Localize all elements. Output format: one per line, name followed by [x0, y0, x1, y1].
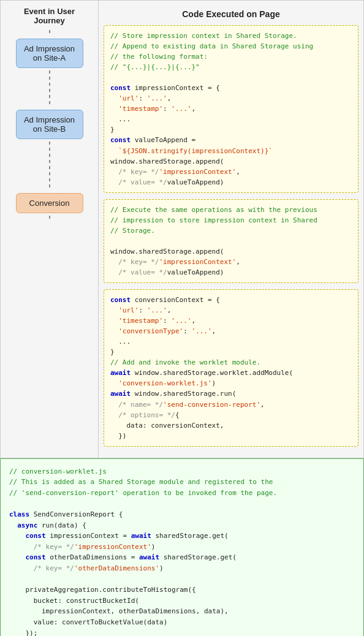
code-line: /* name= */'send-conversion-report',	[110, 401, 265, 409]
code-line: }	[110, 348, 115, 356]
code-line: /* value= */valueToAppend)	[110, 178, 224, 186]
bottom-code: bucket: constructBucketId(	[9, 597, 139, 605]
code-line: })	[110, 432, 127, 440]
code-line: 'conversion-worklet.js')	[110, 379, 216, 387]
code-line: }	[110, 126, 115, 134]
left-header: Event in User Journey	[21, 1, 77, 30]
bottom-section: // conversion-worklet.js // This is adde…	[0, 458, 364, 636]
code-line: window.sharedStorage.append(	[110, 157, 224, 165]
comment-line: // Add and invoke the worklet module.	[110, 358, 260, 366]
code-line: 'url': '...',	[110, 94, 171, 102]
bottom-code: });	[9, 629, 37, 636]
right-column: Code Executed on Page // Store impressio…	[99, 1, 363, 458]
bottom-code: value: convertToBucketValue(data)	[9, 618, 167, 626]
code-line: 'timestamp': '...',	[110, 105, 195, 113]
code-block-3: const conversionContext = { 'url': '...'…	[104, 289, 358, 447]
bottom-code: const impressionContext = await sharedSt…	[9, 532, 229, 540]
code-line: /* key= */'impressionContext',	[110, 168, 240, 176]
code-line: window.sharedStorage.append(	[110, 248, 224, 256]
code-line: 'conversionType': '...',	[110, 327, 216, 335]
bottom-code: const otherDataDimensions = await shared…	[9, 553, 237, 561]
dashed-line-top	[49, 30, 50, 36]
top-section: Event in User Journey Ad Impressionon Si…	[0, 0, 364, 458]
code-line: await window.sharedStorage.worklet.addMo…	[110, 369, 293, 377]
code-line: ...	[110, 115, 131, 123]
event-box-site-a: Ad Impressionon Site-A	[16, 39, 83, 68]
bottom-code: /* key= */'impressionContext')	[9, 543, 155, 551]
code-line: ...	[110, 338, 131, 346]
right-header: Code Executed on Page	[104, 6, 358, 25]
bottom-code: SendConversionReport {	[29, 510, 123, 518]
code-line: await window.sharedStorage.run(	[110, 390, 236, 398]
event-box-site-b: Ad Impressionon Site-B	[16, 110, 83, 139]
comment-line: // Store impression context in Shared St…	[110, 32, 313, 71]
left-column: Event in User Journey Ad Impressionon Si…	[1, 1, 99, 458]
code-line: const impressionContext = {	[110, 84, 220, 92]
code-block-1: // Store impression context in Shared St…	[104, 25, 358, 193]
main-container: Event in User Journey Ad Impressionon Si…	[0, 0, 364, 636]
dashed-line-bottom	[49, 216, 50, 222]
code-line: 'url': '...',	[110, 306, 171, 314]
code-line: /* options= */{	[110, 411, 180, 419]
code-line: const valueToAppend =	[110, 136, 195, 144]
code-line: /* value= */valueToAppend)	[110, 268, 224, 276]
dashed-line-1	[49, 70, 50, 107]
code-line: `${JSON.stringify(impressionContext)}`	[110, 147, 273, 155]
bottom-code: async run(data) {	[9, 521, 86, 529]
code-line: const conversionContext = {	[110, 296, 220, 304]
bottom-code: impressionContext, otherDataDimensions, …	[9, 607, 229, 615]
code-line: 'timestamp': '...',	[110, 317, 195, 325]
bottom-code: class	[9, 510, 29, 518]
dashed-line-2	[49, 142, 50, 191]
code-line: data: conversionContext,	[110, 422, 224, 430]
comment-line: // Execute the same operations as with t…	[110, 206, 317, 235]
code-line: /* key= */'impressionContext',	[110, 258, 240, 266]
bottom-code: privateAggregation.contributeToHistogram…	[9, 586, 196, 594]
bottom-comment: // conversion-worklet.js // This is adde…	[9, 468, 277, 497]
bottom-code: /* key= */'otherDataDimensions')	[9, 564, 164, 572]
code-block-2: // Execute the same operations as with t…	[104, 199, 358, 283]
event-box-conversion: Conversion	[16, 193, 83, 213]
